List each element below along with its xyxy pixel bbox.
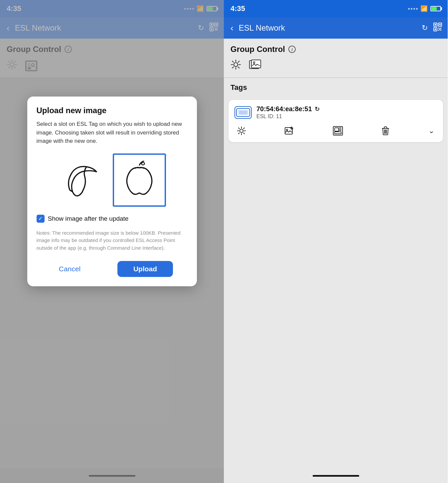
tag-info: 70:54:64:ea:8e:51 ↻ ESL ID: 11 — [256, 105, 437, 120]
svg-point-61 — [286, 129, 288, 130]
tag-card-top: 70:54:64:ea:8e:51 ↻ ESL ID: 11 — [234, 105, 437, 120]
banana-slot[interactable] — [58, 157, 105, 203]
status-icons-right: 📶 — [408, 5, 441, 12]
modal-notes: Notes: The recommended image size is bel… — [37, 229, 188, 252]
home-bar-right — [313, 475, 359, 477]
tag-actions: ⌄ — [234, 125, 437, 137]
status-bar-right: 4:35 📶 — [224, 0, 448, 17]
modal-buttons: Cancel Upload — [37, 261, 188, 277]
tag-refresh-icon[interactable]: ↻ — [315, 106, 320, 113]
svg-rect-28 — [438, 28, 439, 29]
image-slots — [37, 153, 188, 207]
svg-line-54 — [238, 128, 239, 129]
tag-mac-address: 70:54:64:ea:8e:51 ↻ — [256, 105, 437, 113]
svg-rect-23 — [435, 24, 436, 25]
battery-right — [430, 6, 441, 11]
svg-point-33 — [234, 63, 238, 67]
tags-section: Tags — [224, 78, 448, 96]
rest-content-right — [224, 146, 448, 468]
group-control-title-right: Group Control — [230, 45, 285, 54]
battery-icon-right — [430, 6, 441, 11]
modal-overlay: Upload new image Select a slot on ESL Ta… — [0, 0, 224, 483]
upload-modal: Upload new image Select a slot on ESL Ta… — [27, 97, 197, 286]
status-time-right: 4:35 — [230, 4, 245, 13]
svg-rect-29 — [440, 28, 441, 29]
upload-button[interactable]: Upload — [117, 261, 173, 277]
show-image-checkbox-row: ✓ Show image after the update — [37, 215, 188, 223]
svg-rect-30 — [438, 30, 439, 31]
checkmark-icon: ✓ — [38, 215, 43, 222]
svg-point-49 — [240, 129, 243, 132]
left-panel: 4:35 📶 ‹ ESL Network ↻ — [0, 0, 224, 483]
esl-device-icon — [234, 106, 252, 119]
svg-line-39 — [238, 67, 239, 68]
info-icon-right[interactable]: i — [288, 46, 296, 53]
svg-line-55 — [243, 133, 244, 134]
tag-upload-image-button[interactable] — [330, 125, 346, 137]
svg-rect-64 — [335, 132, 341, 134]
apple-slot[interactable] — [113, 153, 166, 207]
svg-rect-32 — [439, 29, 440, 30]
group-control-header-right: Group Control i — [224, 39, 448, 58]
svg-rect-63 — [335, 128, 339, 131]
svg-line-40 — [238, 61, 239, 63]
refresh-nav-button-right[interactable]: ↻ — [422, 24, 428, 32]
qr-nav-button-right[interactable] — [433, 22, 442, 34]
tag-brightness-button[interactable] — [234, 125, 248, 136]
tag-add-image-button[interactable] — [282, 125, 297, 136]
tags-label: Tags — [230, 83, 247, 92]
svg-rect-31 — [440, 30, 441, 31]
tag-delete-button[interactable] — [379, 125, 392, 137]
svg-rect-25 — [439, 24, 441, 25]
modal-title: Upload new image — [37, 106, 188, 115]
page-content-right: Group Control i — [224, 39, 448, 468]
tag-expand-button[interactable]: ⌄ — [426, 125, 437, 136]
signal-dots-right — [408, 8, 418, 10]
wifi-icon-right: 📶 — [420, 5, 428, 12]
show-image-label: Show image after the update — [48, 215, 129, 222]
svg-line-38 — [232, 61, 234, 63]
show-image-checkbox[interactable]: ✓ — [37, 215, 45, 223]
right-panel: 4:35 📶 ‹ ESL Network ↻ — [224, 0, 448, 483]
cancel-button[interactable]: Cancel — [51, 262, 88, 276]
svg-rect-44 — [252, 61, 260, 67]
svg-line-57 — [238, 133, 239, 134]
nav-bar-right: ‹ ESL Network ↻ — [224, 17, 448, 39]
svg-rect-27 — [435, 29, 436, 30]
svg-line-41 — [232, 67, 234, 68]
nav-title-right: ESL Network — [239, 23, 418, 33]
tag-card: 70:54:64:ea:8e:51 ↻ ESL ID: 11 — [228, 100, 443, 142]
modal-description: Select a slot on ESL Tag on which you wi… — [37, 120, 188, 145]
tag-esl-id: ESL ID: 11 — [256, 114, 437, 120]
battery-fill-right — [431, 7, 437, 10]
svg-rect-48 — [239, 111, 247, 114]
back-button-right[interactable]: ‹ — [229, 22, 235, 35]
nav-actions-right: ↻ — [422, 22, 442, 34]
svg-line-56 — [243, 128, 244, 129]
home-indicator-right — [224, 468, 448, 483]
control-icons-row-right — [224, 58, 448, 78]
image-group-icon-right[interactable] — [249, 60, 262, 72]
brightness-icon-right[interactable] — [230, 59, 241, 72]
